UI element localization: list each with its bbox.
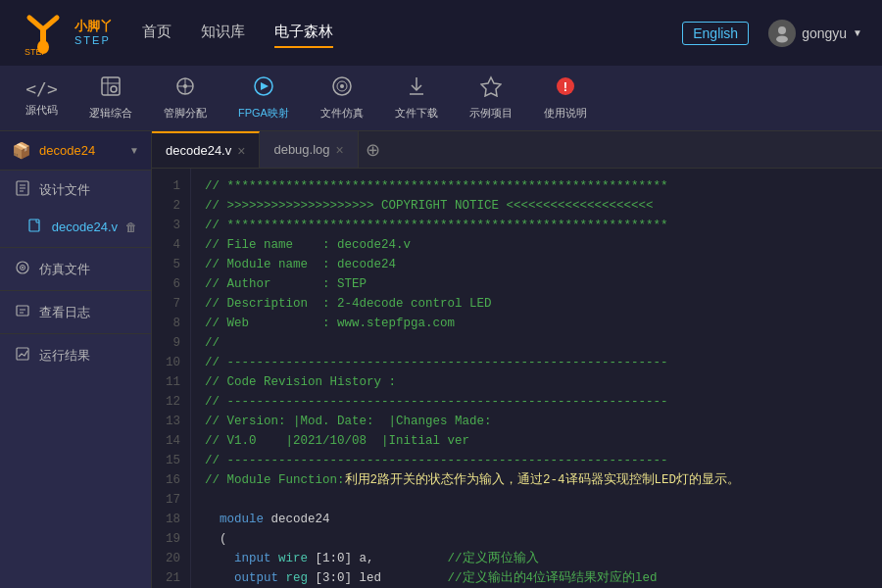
tab-bar: decode24.v × debug.log × ⊕: [152, 131, 882, 169]
svg-point-5: [778, 26, 786, 34]
decode24-file-icon: [27, 219, 44, 235]
toolbar-usage-guide-label: 使用说明: [544, 106, 587, 121]
svg-point-19: [340, 84, 344, 88]
sidebar-view-log-label: 查看日志: [39, 304, 90, 321]
svg-point-6: [776, 35, 788, 42]
sidebar-item-sim-files[interactable]: 仿真文件: [0, 250, 151, 288]
svg-text:!: !: [564, 79, 567, 94]
logo-area: STEP 小脚丫 STEP: [20, 10, 113, 57]
toolbar-examples-label: 示例项目: [469, 106, 513, 121]
logic-synth-icon: [100, 75, 122, 102]
toolbar-source-code-label: 源代码: [25, 103, 58, 118]
file-download-icon: [406, 75, 427, 102]
svg-point-10: [111, 86, 117, 92]
svg-rect-33: [17, 306, 28, 316]
svg-point-14: [183, 84, 187, 88]
toolbar-source-code[interactable]: </> 源代码: [10, 71, 74, 125]
user-dropdown-icon: ▼: [853, 27, 862, 38]
brand-name: 小脚丫: [74, 19, 113, 34]
sidebar-design-files-label: 设计文件: [39, 181, 90, 199]
brand-step: STEP: [74, 34, 113, 47]
sidebar-divider-3: [0, 333, 151, 334]
nav-knowledge[interactable]: 知识库: [201, 18, 245, 48]
toolbar-fpga-map-label: FPGA映射: [238, 106, 289, 121]
tab-decode24-label: decode24.v: [166, 143, 231, 158]
svg-rect-7: [102, 77, 120, 95]
tab-debug-log[interactable]: debug.log ×: [260, 131, 358, 168]
pin-assign-icon: [174, 75, 196, 102]
svg-marker-22: [481, 77, 501, 96]
nav-links: 首页 知识库 电子森林: [142, 18, 682, 48]
usage-guide-icon: !: [555, 75, 576, 102]
svg-rect-29: [29, 220, 39, 231]
project-dropdown-icon: ▼: [129, 145, 139, 156]
svg-text:STEP: STEP: [24, 47, 48, 57]
user-menu[interactable]: gongyu ▼: [768, 20, 862, 47]
design-files-icon: [14, 180, 31, 199]
code-content[interactable]: // *************************************…: [191, 169, 882, 588]
username: gongyu: [802, 25, 847, 41]
toolbar-pin-assign[interactable]: 管脚分配: [148, 68, 222, 128]
sidebar-item-design-files[interactable]: 设计文件: [0, 171, 151, 209]
svg-marker-16: [261, 82, 269, 90]
line-numbers: 1234567891011121314151617181920212223242…: [152, 169, 191, 588]
toolbar-usage-guide[interactable]: ! 使用说明: [528, 68, 603, 128]
toolbar-logic-synth-label: 逻辑综合: [89, 106, 132, 121]
view-log-icon: [14, 303, 31, 321]
svg-line-3: [43, 18, 57, 29]
editor-area: decode24.v × debug.log × ⊕ 1234567891011…: [152, 131, 882, 588]
logo-icon: STEP: [20, 10, 67, 57]
sidebar-item-run-results[interactable]: 运行结果: [0, 336, 151, 374]
toolbar-examples[interactable]: 示例项目: [454, 68, 528, 128]
sidebar-decode24-label: decode24.v: [52, 220, 118, 234]
sidebar-item-decode24[interactable]: decode24.v 🗑: [0, 209, 151, 245]
toolbar: </> 源代码 逻辑综合 管脚分配: [0, 66, 882, 131]
svg-rect-1: [40, 29, 46, 47]
top-navigation: STEP 小脚丫 STEP 首页 知识库 电子森林 English gongyu…: [0, 0, 882, 66]
toolbar-logic-synth[interactable]: 逻辑综合: [74, 68, 148, 128]
source-code-icon: </>: [25, 78, 58, 99]
code-view[interactable]: 1234567891011121314151617181920212223242…: [152, 169, 882, 588]
tab-debug-log-label: debug.log: [273, 142, 329, 157]
svg-point-32: [22, 267, 24, 269]
tab-decode24-close[interactable]: ×: [237, 144, 245, 158]
tab-decode24[interactable]: decode24.v ×: [152, 131, 260, 168]
toolbar-file-sim[interactable]: 文件仿真: [305, 68, 379, 128]
sidebar-run-results-label: 运行结果: [39, 347, 90, 365]
toolbar-file-sim-label: 文件仿真: [320, 106, 364, 121]
nav-forest[interactable]: 电子森林: [274, 18, 333, 48]
sidebar-divider-2: [0, 290, 151, 291]
toolbar-fpga-map[interactable]: FPGA映射: [222, 68, 305, 128]
user-avatar: [768, 20, 796, 47]
tab-debug-log-close[interactable]: ×: [336, 143, 344, 157]
run-results-icon: [14, 346, 31, 365]
nav-right: English gongyu ▼: [682, 20, 862, 47]
sidebar-sim-files-label: 仿真文件: [39, 261, 90, 278]
sidebar: 📦 decode24 ▼ 设计文件 decode24.v 🗑 仿真文件: [0, 131, 152, 588]
language-button[interactable]: English: [682, 22, 749, 45]
project-name: decode24: [39, 143, 95, 158]
project-icon: 📦: [12, 141, 31, 160]
svg-line-2: [29, 18, 43, 29]
toolbar-file-download[interactable]: 文件下载: [379, 68, 454, 128]
tab-add-button[interactable]: ⊕: [359, 131, 388, 168]
fpga-map-icon: [253, 75, 274, 102]
main-area: 📦 decode24 ▼ 设计文件 decode24.v 🗑 仿真文件: [0, 131, 882, 588]
sim-files-icon: [14, 260, 31, 278]
project-selector[interactable]: 📦 decode24 ▼: [0, 131, 151, 171]
nav-home[interactable]: 首页: [142, 18, 172, 48]
file-sim-icon: [331, 75, 353, 102]
toolbar-file-download-label: 文件下载: [395, 106, 438, 121]
sidebar-decode24-delete-icon[interactable]: 🗑: [125, 220, 137, 234]
toolbar-pin-assign-label: 管脚分配: [164, 106, 207, 121]
examples-icon: [480, 75, 502, 102]
sidebar-item-view-log[interactable]: 查看日志: [0, 293, 151, 331]
sidebar-divider-1: [0, 247, 151, 248]
